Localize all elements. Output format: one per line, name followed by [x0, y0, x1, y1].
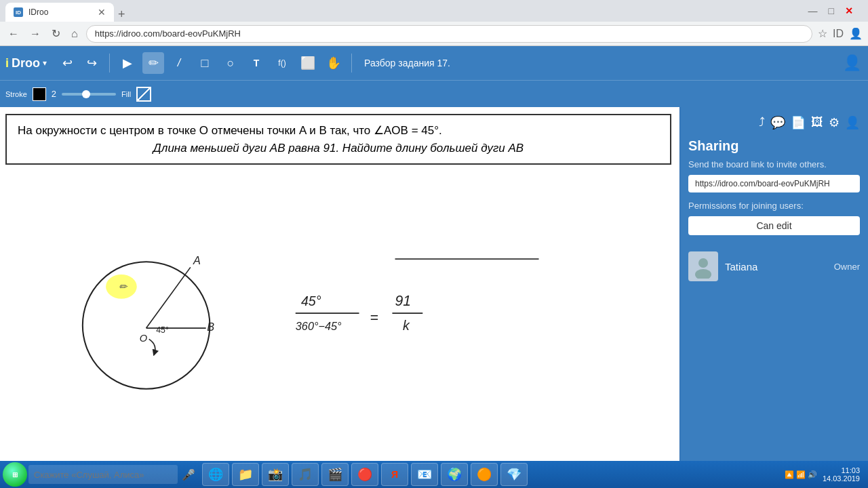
- address-bar: ← → ↻ ⌂ https://idroo.com/board-eovPuKMj…: [0, 22, 868, 46]
- avatar-icon: [691, 254, 715, 279]
- fill-label: Fill: [121, 90, 131, 98]
- svg-point-18: [695, 269, 711, 279]
- text-tool-button[interactable]: T: [245, 52, 267, 74]
- toolbar-separator: [109, 54, 110, 73]
- line-tool-button[interactable]: /: [168, 52, 190, 74]
- svg-text:O: O: [140, 333, 147, 344]
- sharing-description: Send the board link to invite others.: [688, 159, 860, 169]
- permissions-label: Permissions for joining users:: [688, 201, 860, 211]
- chat-icon[interactable]: 💬: [770, 115, 785, 130]
- bookmark-icon[interactable]: ☆: [818, 27, 827, 40]
- sharing-title: Sharing: [688, 138, 860, 154]
- stroke-fill-bar: Stroke 2 Fill: [0, 80, 868, 107]
- taskbar-app-media[interactable]: 🎵: [292, 463, 319, 486]
- refresh-button[interactable]: ↻: [49, 26, 63, 41]
- back-button[interactable]: ←: [5, 26, 22, 41]
- start-button[interactable]: ⊞: [3, 462, 27, 487]
- svg-point-0: [83, 262, 210, 389]
- share-icon[interactable]: ⤴: [759, 115, 765, 130]
- taskbar-app-chrome[interactable]: 🟠: [471, 463, 498, 486]
- circle-tool-button[interactable]: ○: [220, 52, 241, 74]
- taskbar-system-area: 🔼 📶 🔊 11:03 14.03.2019: [779, 466, 865, 483]
- taskbar-app-yandex[interactable]: Я: [381, 463, 408, 486]
- tab-area: ID IDroo ✕ +: [5, 0, 796, 22]
- minimize-button[interactable]: —: [804, 4, 822, 18]
- stroke-width-slider[interactable]: [62, 93, 116, 96]
- shape-tool-button[interactable]: □: [194, 52, 216, 74]
- window-controls: — □ ✕: [799, 3, 863, 19]
- taskbar-app-browser[interactable]: 🌍: [441, 463, 468, 486]
- start-orb-icon: ⊞: [3, 462, 27, 487]
- drawing-canvas[interactable]: ✏ O 45° A B 45° 360°−45° = 91 k: [0, 182, 679, 469]
- main-area: На окружности с центром в точке O отмече…: [0, 107, 868, 488]
- eraser-tool-button[interactable]: ⬜: [297, 52, 319, 74]
- active-tab[interactable]: ID IDroo ✕: [5, 3, 114, 22]
- user-row: Tatiana Owner: [688, 251, 860, 281]
- share-link-box[interactable]: https://idroo.com/board-eovPuKMjRH: [688, 175, 860, 192]
- home-button[interactable]: ⌂: [68, 26, 81, 41]
- extensions-icon[interactable]: 👤: [849, 27, 863, 40]
- taskbar-apps: 🌐 📁 📸 🎵 🎬 🔴 Я 📧 🌍 🟠 💎: [202, 463, 778, 486]
- svg-text:45°: 45°: [156, 325, 169, 335]
- move-tool-button[interactable]: ✋: [323, 52, 344, 74]
- close-button[interactable]: ✕: [841, 4, 857, 18]
- stroke-color-swatch[interactable]: [33, 87, 46, 101]
- taskbar-app-photos[interactable]: 📸: [262, 463, 289, 486]
- fill-color-swatch[interactable]: [136, 87, 151, 102]
- svg-text:45°: 45°: [301, 293, 321, 308]
- pages-icon[interactable]: 📄: [791, 115, 806, 130]
- logo-chevron-icon[interactable]: ▾: [43, 58, 47, 68]
- microphone-icon[interactable]: 🎤: [182, 468, 195, 481]
- new-tab-button[interactable]: +: [114, 7, 130, 22]
- taskbar-app-explorer[interactable]: 📁: [232, 463, 259, 486]
- panel-icons: ⤴ 💬 📄 🖼 ⚙ 👤: [688, 115, 860, 130]
- svg-text:=: =: [370, 310, 378, 325]
- users-icon[interactable]: 👤: [845, 115, 860, 130]
- logo-text: Droo: [12, 56, 40, 70]
- redo-button[interactable]: ↪: [81, 52, 102, 74]
- select-tool-button[interactable]: ▶: [117, 52, 138, 74]
- pen-tool-button[interactable]: ✏: [142, 52, 164, 74]
- system-clock: 11:03 14.03.2019: [823, 466, 860, 483]
- stroke-width-value: 2: [52, 89, 56, 99]
- problem-line-1: На окружности с центром в точке O отмече…: [18, 122, 659, 140]
- logo-area[interactable]: i Droo ▾: [5, 56, 47, 70]
- url-input[interactable]: https://idroo.com/board-eovPuKMjRH: [86, 25, 812, 43]
- taskbar-app-mail[interactable]: 📧: [411, 463, 438, 486]
- taskbar-app-video[interactable]: 🎬: [321, 463, 349, 486]
- user-name: Tatiana: [725, 261, 827, 272]
- logo-i: i: [5, 56, 9, 70]
- can-edit-button[interactable]: Can edit: [688, 216, 860, 235]
- undo-button[interactable]: ↩: [56, 52, 78, 74]
- user-avatar-icon: 👤: [841, 52, 863, 74]
- maximize-button[interactable]: □: [825, 4, 838, 18]
- svg-text:91: 91: [395, 293, 412, 308]
- stroke-label: Stroke: [5, 90, 27, 98]
- tab-title: IDroo: [28, 7, 48, 17]
- browser-titlebar: ID IDroo ✕ + — □ ✕: [0, 0, 868, 22]
- tab-favicon: ID: [14, 7, 23, 17]
- idroo-icon[interactable]: ID: [833, 28, 844, 40]
- tab-close-button[interactable]: ✕: [98, 7, 106, 18]
- problem-line-2: Длина меньшей дуги AB равна 91. Найдите …: [18, 140, 659, 157]
- taskbar-app-gem[interactable]: 💎: [500, 463, 528, 486]
- canvas-area[interactable]: На окружности с центром в точке O отмече…: [0, 107, 679, 488]
- svg-text:B: B: [207, 321, 214, 333]
- formula-tool-button[interactable]: f(): [271, 52, 293, 74]
- problem-text-box: На окружности с центром в точке O отмече…: [5, 114, 671, 165]
- image-icon[interactable]: 🖼: [811, 115, 823, 130]
- date-display: 14.03.2019: [823, 474, 860, 483]
- taskbar-app-red[interactable]: 🔴: [351, 463, 378, 486]
- board-title: Разбор задания 17.: [364, 58, 450, 68]
- stroke-slider-thumb: [82, 90, 90, 98]
- svg-point-17: [698, 258, 708, 268]
- svg-text:360°−45°: 360°−45°: [296, 320, 342, 332]
- taskbar-app-ie[interactable]: 🌐: [202, 463, 229, 486]
- address-bar-icons: ☆ ID 👤: [818, 27, 863, 40]
- taskbar-search-input[interactable]: [28, 465, 178, 484]
- settings-icon[interactable]: ⚙: [829, 115, 840, 130]
- sys-icons: 🔼 📶 🔊: [785, 470, 817, 479]
- svg-text:✏: ✏: [119, 281, 128, 292]
- svg-text:A: A: [193, 254, 201, 266]
- forward-button[interactable]: →: [27, 26, 43, 41]
